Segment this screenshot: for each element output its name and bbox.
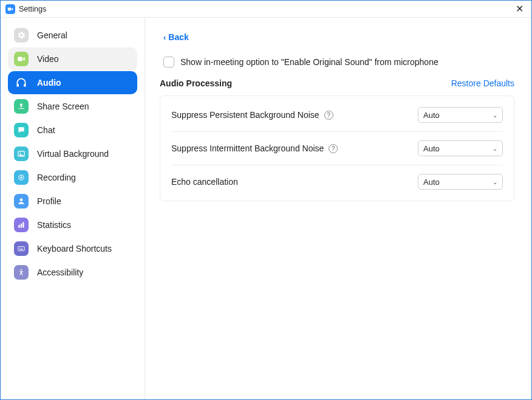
row-echo-cancellation: Echo cancellation Auto ⌄ bbox=[171, 165, 503, 198]
sidebar: General Video Audio Share Screen bbox=[1, 18, 145, 399]
image-icon bbox=[14, 147, 29, 161]
sidebar-item-label: Keyboard Shortcuts bbox=[37, 244, 112, 253]
checkbox-label: Show in-meeting option to "Enable Origin… bbox=[180, 57, 438, 67]
row-label: Suppress Persistent Background Noise bbox=[171, 110, 319, 120]
select-value: Auto bbox=[423, 144, 440, 153]
keyboard-icon bbox=[14, 241, 29, 256]
sidebar-item-chat[interactable]: Chat bbox=[8, 119, 137, 142]
row-label: Echo cancellation bbox=[171, 177, 238, 187]
svg-rect-13 bbox=[18, 247, 25, 251]
window-title: Settings bbox=[19, 5, 46, 13]
svg-rect-12 bbox=[22, 222, 24, 227]
svg-rect-10 bbox=[18, 225, 19, 228]
record-icon bbox=[14, 170, 29, 185]
sidebar-item-profile[interactable]: Profile bbox=[8, 190, 137, 213]
sidebar-item-share-screen[interactable]: Share Screen bbox=[8, 95, 137, 118]
svg-point-9 bbox=[20, 198, 23, 201]
sidebar-item-label: Virtual Background bbox=[37, 149, 109, 159]
video-icon bbox=[14, 52, 29, 66]
svg-rect-4 bbox=[18, 108, 24, 109]
headphones-icon bbox=[14, 75, 29, 90]
back-button[interactable]: ‹ Back bbox=[163, 32, 189, 42]
accessibility-icon bbox=[14, 265, 29, 280]
svg-rect-2 bbox=[17, 84, 19, 87]
help-icon[interactable]: ? bbox=[329, 144, 338, 153]
svg-rect-17 bbox=[19, 249, 23, 250]
row-label: Suppress Intermittent Background Noise bbox=[171, 143, 324, 153]
sidebar-item-label: Recording bbox=[37, 173, 76, 182]
sidebar-item-label: Statistics bbox=[37, 220, 71, 230]
sidebar-item-label: Profile bbox=[37, 196, 61, 206]
svg-point-16 bbox=[22, 247, 22, 248]
help-icon[interactable]: ? bbox=[324, 111, 333, 120]
sidebar-item-accessibility[interactable]: Accessibility bbox=[8, 261, 137, 284]
enable-original-sound-checkbox[interactable] bbox=[163, 57, 174, 67]
svg-point-18 bbox=[21, 269, 22, 271]
app-icon bbox=[5, 4, 15, 14]
sidebar-item-label: Video bbox=[37, 54, 59, 64]
sidebar-item-statistics[interactable]: Statistics bbox=[8, 213, 137, 236]
svg-rect-1 bbox=[18, 57, 22, 61]
sidebar-item-video[interactable]: Video bbox=[8, 47, 137, 71]
svg-point-14 bbox=[19, 247, 20, 248]
gear-icon bbox=[14, 28, 29, 43]
back-label: Back bbox=[168, 32, 188, 42]
row-suppress-intermittent: Suppress Intermittent Background Noise ?… bbox=[171, 131, 503, 165]
svg-rect-0 bbox=[8, 7, 11, 10]
sidebar-item-label: Share Screen bbox=[37, 102, 89, 111]
sidebar-item-label: Audio bbox=[37, 78, 61, 88]
chevron-down-icon: ⌄ bbox=[493, 179, 497, 185]
share-screen-icon bbox=[14, 99, 29, 114]
echo-cancellation-select[interactable]: Auto ⌄ bbox=[418, 174, 503, 190]
select-value: Auto bbox=[423, 111, 440, 120]
svg-point-15 bbox=[21, 247, 21, 248]
profile-icon bbox=[14, 194, 29, 209]
sidebar-item-virtual-background[interactable]: Virtual Background bbox=[8, 142, 137, 165]
suppress-intermittent-select[interactable]: Auto ⌄ bbox=[418, 140, 503, 156]
sidebar-item-keyboard-shortcuts[interactable]: Keyboard Shortcuts bbox=[8, 237, 137, 260]
sidebar-item-general[interactable]: General bbox=[8, 24, 137, 47]
svg-rect-11 bbox=[21, 224, 22, 228]
select-value: Auto bbox=[423, 178, 440, 187]
svg-point-8 bbox=[20, 176, 22, 179]
enable-original-sound-row: Show in-meeting option to "Enable Origin… bbox=[163, 57, 514, 67]
row-suppress-persistent: Suppress Persistent Background Noise ? A… bbox=[171, 98, 503, 131]
chat-icon bbox=[14, 123, 29, 137]
chevron-down-icon: ⌄ bbox=[493, 112, 497, 119]
sidebar-item-audio[interactable]: Audio bbox=[8, 71, 137, 94]
svg-point-6 bbox=[19, 153, 21, 154]
content-pane: ‹ Back Show in-meeting option to "Enable… bbox=[145, 18, 531, 399]
section-header: Audio Processing Restore Defaults bbox=[160, 78, 514, 88]
sidebar-item-recording[interactable]: Recording bbox=[8, 166, 137, 189]
svg-rect-3 bbox=[24, 84, 26, 87]
chevron-down-icon: ⌄ bbox=[493, 145, 497, 152]
suppress-persistent-select[interactable]: Auto ⌄ bbox=[418, 107, 503, 123]
titlebar: Settings ✕ bbox=[1, 1, 531, 18]
sidebar-item-label: General bbox=[37, 30, 67, 40]
audio-processing-panel: Suppress Persistent Background Noise ? A… bbox=[160, 95, 514, 201]
chevron-left-icon: ‹ bbox=[163, 33, 166, 42]
settings-window: Settings ✕ General Video bbox=[0, 0, 532, 400]
section-title: Audio Processing bbox=[160, 78, 232, 88]
sidebar-item-label: Chat bbox=[37, 125, 55, 135]
close-icon: ✕ bbox=[516, 4, 523, 14]
stats-icon bbox=[14, 218, 29, 232]
restore-defaults-link[interactable]: Restore Defaults bbox=[451, 78, 514, 88]
sidebar-item-label: Accessibility bbox=[37, 267, 83, 277]
close-button[interactable]: ✕ bbox=[512, 3, 527, 15]
